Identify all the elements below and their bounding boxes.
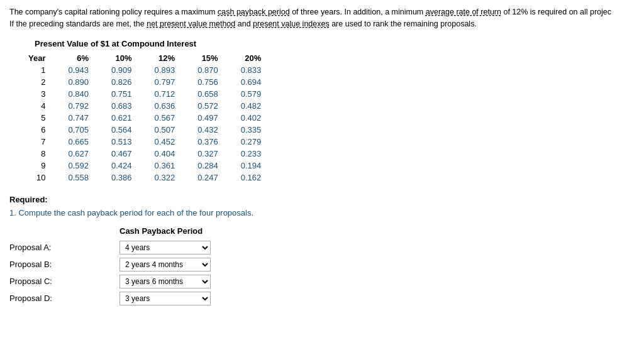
table-cell-value: 0.893	[143, 64, 187, 76]
proposal-select-1[interactable]: 2 years 4 months1 year2 years3 years3 ye…	[119, 258, 211, 272]
table-cell-value: 0.840	[57, 88, 100, 100]
table-cell-value: 0.567	[143, 112, 187, 124]
table-cell-year: 4	[28, 100, 57, 112]
table-row: 50.7470.6210.5670.4970.402	[28, 112, 272, 124]
proposal-label-2: Proposal C:	[9, 277, 119, 286]
table-cell-value: 0.564	[100, 124, 143, 136]
proposal-select-0[interactable]: 4 years1 year2 years2 years 4 months3 ye…	[119, 241, 211, 255]
table-cell-value: 0.572	[186, 100, 230, 112]
table-cell-value: 0.497	[186, 112, 230, 124]
proposals-container: Proposal A:4 years1 year2 years2 years 4…	[9, 241, 635, 305]
table-cell-value: 0.279	[230, 136, 273, 148]
table-cell-value: 0.284	[186, 160, 230, 172]
intro-line2a-text: If the preceding standards are met, the	[9, 19, 147, 28]
col-header-12: 12%	[143, 52, 187, 64]
question-1-text: 1. Compute the cash payback period for e…	[9, 208, 635, 217]
table-cell-value: 0.747	[57, 112, 100, 124]
table-cell-value: 0.322	[143, 172, 187, 184]
table-cell-value: 0.621	[100, 112, 143, 124]
table-cell-value: 0.194	[230, 160, 273, 172]
required-label: Required:	[9, 195, 635, 204]
col-header-10: 10%	[100, 52, 143, 64]
table-cell-value: 0.658	[186, 88, 230, 100]
table-cell-year: 1	[28, 64, 57, 76]
table-cell-value: 0.797	[143, 76, 187, 88]
intro-line1b-text: of three years. In addition, a minimum	[290, 8, 426, 16]
table-cell-year: 7	[28, 136, 57, 148]
pvi-term: present value indexes	[253, 19, 330, 28]
table-row: 70.6650.5130.4520.3760.279	[28, 136, 272, 148]
table-cell-value: 0.513	[100, 136, 143, 148]
table-cell-value: 0.233	[230, 148, 273, 160]
table-cell-value: 0.467	[100, 148, 143, 160]
table-cell-value: 0.558	[57, 172, 100, 184]
col-header-15: 15%	[186, 52, 230, 64]
table-cell-value: 0.482	[230, 100, 273, 112]
table-cell-value: 0.402	[230, 112, 273, 124]
table-cell-value: 0.683	[100, 100, 143, 112]
table-cell-value: 0.592	[57, 160, 100, 172]
table-cell-value: 0.627	[57, 148, 100, 160]
table-row: 60.7050.5640.5070.4320.335	[28, 124, 272, 136]
avg-rate-term: average rate of return	[426, 8, 501, 16]
proposal-select-3[interactable]: 3 years1 year2 years2 years 4 months3 ye…	[119, 292, 211, 305]
col-header-year: Year	[28, 52, 57, 64]
table-cell-value: 0.694	[230, 76, 273, 88]
table-cell-value: 0.376	[186, 136, 230, 148]
table-cell-value: 0.826	[100, 76, 143, 88]
table-cell-value: 0.386	[100, 172, 143, 184]
table-cell-value: 0.162	[230, 172, 273, 184]
cash-payback-section: Cash Payback Period Proposal A:4 years1 …	[9, 226, 635, 305]
npv-term: net present value method	[147, 19, 235, 28]
table-cell-value: 0.943	[57, 64, 100, 76]
table-row: 80.6270.4670.4040.3270.233	[28, 148, 272, 160]
table-cell-year: 2	[28, 76, 57, 88]
cash-payback-term: cash payback period	[218, 8, 290, 16]
intro-line1c-text: of 12% is required on all projec	[501, 8, 611, 16]
intro-line1-text: The company's capital rationing policy r…	[9, 8, 218, 16]
table-cell-value: 0.636	[143, 100, 187, 112]
table-row: 20.8900.8260.7970.7560.694	[28, 76, 272, 88]
pv-table-section: Present Value of $1 at Compound Interest…	[9, 39, 635, 184]
table-cell-value: 0.335	[230, 124, 273, 136]
table-row: 30.8400.7510.7120.6580.579	[28, 88, 272, 100]
table-cell-year: 9	[28, 160, 57, 172]
table-cell-value: 0.751	[100, 88, 143, 100]
table-cell-value: 0.705	[57, 124, 100, 136]
pv-table-title: Present Value of $1 at Compound Interest	[9, 39, 635, 48]
table-cell-year: 3	[28, 88, 57, 100]
table-header-row: Year 6% 10% 12% 15% 20%	[28, 52, 272, 64]
table-cell-year: 5	[28, 112, 57, 124]
intro-line2c-text: are used to rank the remaining proposals…	[330, 19, 477, 28]
table-cell-value: 0.756	[186, 76, 230, 88]
table-cell-value: 0.404	[143, 148, 187, 160]
proposal-label-1: Proposal B:	[9, 260, 119, 269]
table-cell-year: 8	[28, 148, 57, 160]
table-cell-value: 0.247	[186, 172, 230, 184]
table-cell-value: 0.833	[230, 64, 273, 76]
table-cell-value: 0.424	[100, 160, 143, 172]
intro-line2b-text: and	[235, 19, 253, 28]
table-cell-year: 6	[28, 124, 57, 136]
proposal-row-1: Proposal B:2 years 4 months1 year2 years…	[9, 258, 635, 272]
table-cell-value: 0.665	[57, 136, 100, 148]
table-row: 90.5920.4240.3610.2840.194	[28, 160, 272, 172]
cpb-title: Cash Payback Period	[119, 226, 635, 236]
pv-table: Year 6% 10% 12% 15% 20% 10.9430.9090.893…	[28, 52, 272, 184]
table-cell-value: 0.579	[230, 88, 273, 100]
table-cell-value: 0.909	[100, 64, 143, 76]
table-cell-value: 0.507	[143, 124, 187, 136]
proposal-row-3: Proposal D:3 years1 year2 years2 years 4…	[9, 292, 635, 305]
table-cell-value: 0.870	[186, 64, 230, 76]
proposal-select-2[interactable]: 3 years 6 months1 year2 years2 years 4 m…	[119, 275, 211, 288]
required-section: Required: 1. Compute the cash payback pe…	[9, 195, 635, 305]
table-cell-value: 0.712	[143, 88, 187, 100]
proposal-label-3: Proposal D:	[9, 294, 119, 303]
table-row: 10.9430.9090.8930.8700.833	[28, 64, 272, 76]
intro-paragraph: The company's capital rationing policy r…	[9, 6, 635, 30]
table-cell-value: 0.792	[57, 100, 100, 112]
proposal-row-0: Proposal A:4 years1 year2 years2 years 4…	[9, 241, 635, 255]
table-cell-value: 0.361	[143, 160, 187, 172]
table-cell-value: 0.432	[186, 124, 230, 136]
col-header-6: 6%	[57, 52, 100, 64]
